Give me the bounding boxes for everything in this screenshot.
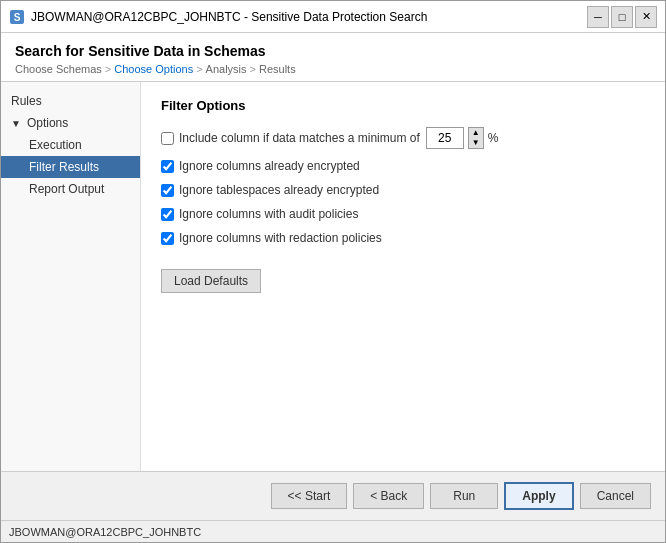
- percent-input-group: ▲ ▼ %: [426, 127, 499, 149]
- sidebar-item-rules[interactable]: Rules: [1, 90, 140, 112]
- filter-row-ignore-audit-policies: Ignore columns with audit policies: [161, 207, 645, 221]
- execution-label: Execution: [29, 138, 82, 152]
- status-text: JBOWMAN@ORA12CBPC_JOHNBTC: [9, 526, 201, 538]
- header-section: Search for Sensitive Data in Schemas Cho…: [1, 33, 665, 82]
- sidebar-item-report-output[interactable]: Report Output: [1, 178, 140, 200]
- filter-row-ignore-encrypted-columns: Ignore columns already encrypted: [161, 159, 645, 173]
- spin-up-button[interactable]: ▲: [469, 128, 483, 138]
- breadcrumb-sep-1: >: [105, 63, 111, 75]
- filter-row-ignore-redaction-policies: Ignore columns with redaction policies: [161, 231, 645, 245]
- apply-button[interactable]: Apply: [504, 482, 573, 510]
- ignore-encrypted-tablespaces-label[interactable]: Ignore tablespaces already encrypted: [161, 183, 379, 197]
- filter-row-ignore-encrypted-tablespaces: Ignore tablespaces already encrypted: [161, 183, 645, 197]
- breadcrumb: Choose Schemas > Choose Options > Analys…: [15, 63, 651, 75]
- filter-results-label: Filter Results: [29, 160, 99, 174]
- footer: << Start < Back Run Apply Cancel: [1, 471, 665, 520]
- percent-label: %: [488, 131, 499, 145]
- breadcrumb-analysis: Analysis: [206, 63, 247, 75]
- app-icon: S: [9, 9, 25, 25]
- cancel-button[interactable]: Cancel: [580, 483, 651, 509]
- title-bar: S JBOWMAN@ORA12CBPC_JOHNBTC - Sensitive …: [1, 1, 665, 33]
- back-button[interactable]: < Back: [353, 483, 424, 509]
- ignore-encrypted-tablespaces-checkbox[interactable]: [161, 184, 174, 197]
- options-label: Options: [27, 116, 68, 130]
- ignore-audit-policies-checkbox[interactable]: [161, 208, 174, 221]
- sidebar-item-execution[interactable]: Execution: [1, 134, 140, 156]
- breadcrumb-choose-options: Choose Options: [114, 63, 193, 75]
- minimize-button[interactable]: ─: [587, 6, 609, 28]
- title-bar-left: S JBOWMAN@ORA12CBPC_JOHNBTC - Sensitive …: [9, 9, 427, 25]
- ignore-audit-policies-text: Ignore columns with audit policies: [179, 207, 358, 221]
- sidebar: Rules ▼ Options Execution Filter Results…: [1, 82, 141, 471]
- main-content: Filter Options Include column if data ma…: [141, 82, 665, 471]
- load-defaults-button[interactable]: Load Defaults: [161, 269, 261, 293]
- filter-options-title: Filter Options: [161, 98, 645, 113]
- ignore-encrypted-columns-label[interactable]: Ignore columns already encrypted: [161, 159, 360, 173]
- breadcrumb-sep-3: >: [250, 63, 256, 75]
- ignore-redaction-policies-label[interactable]: Ignore columns with redaction policies: [161, 231, 382, 245]
- rules-label: Rules: [11, 94, 42, 108]
- status-bar: JBOWMAN@ORA12CBPC_JOHNBTC: [1, 520, 665, 542]
- run-button[interactable]: Run: [430, 483, 498, 509]
- include-column-checkbox[interactable]: [161, 132, 174, 145]
- breadcrumb-sep-2: >: [196, 63, 202, 75]
- load-defaults-container: Load Defaults: [161, 255, 645, 293]
- ignore-encrypted-columns-checkbox[interactable]: [161, 160, 174, 173]
- sidebar-item-filter-results[interactable]: Filter Results: [1, 156, 140, 178]
- ignore-audit-policies-label[interactable]: Ignore columns with audit policies: [161, 207, 358, 221]
- maximize-button[interactable]: □: [611, 6, 633, 28]
- breadcrumb-choose-schemas: Choose Schemas: [15, 63, 102, 75]
- close-button[interactable]: ✕: [635, 6, 657, 28]
- breadcrumb-results: Results: [259, 63, 296, 75]
- report-output-label: Report Output: [29, 182, 104, 196]
- ignore-redaction-policies-checkbox[interactable]: [161, 232, 174, 245]
- start-button[interactable]: << Start: [271, 483, 348, 509]
- ignore-encrypted-columns-text: Ignore columns already encrypted: [179, 159, 360, 173]
- page-title: Search for Sensitive Data in Schemas: [15, 43, 651, 59]
- include-column-label[interactable]: Include column if data matches a minimum…: [161, 131, 420, 145]
- spin-down-button[interactable]: ▼: [469, 138, 483, 148]
- sidebar-item-options[interactable]: ▼ Options: [1, 112, 140, 134]
- filter-row-include-column: Include column if data matches a minimum…: [161, 127, 645, 149]
- svg-text:S: S: [14, 12, 21, 23]
- ignore-redaction-policies-text: Ignore columns with redaction policies: [179, 231, 382, 245]
- ignore-encrypted-tablespaces-text: Ignore tablespaces already encrypted: [179, 183, 379, 197]
- percent-spinbox[interactable]: [426, 127, 464, 149]
- content-area: Rules ▼ Options Execution Filter Results…: [1, 82, 665, 471]
- main-window: S JBOWMAN@ORA12CBPC_JOHNBTC - Sensitive …: [0, 0, 666, 543]
- spin-buttons: ▲ ▼: [468, 127, 484, 149]
- title-bar-buttons: ─ □ ✕: [587, 6, 657, 28]
- include-column-text: Include column if data matches a minimum…: [179, 131, 420, 145]
- options-arrow-icon: ▼: [11, 118, 21, 129]
- window-title: JBOWMAN@ORA12CBPC_JOHNBTC - Sensitive Da…: [31, 10, 427, 24]
